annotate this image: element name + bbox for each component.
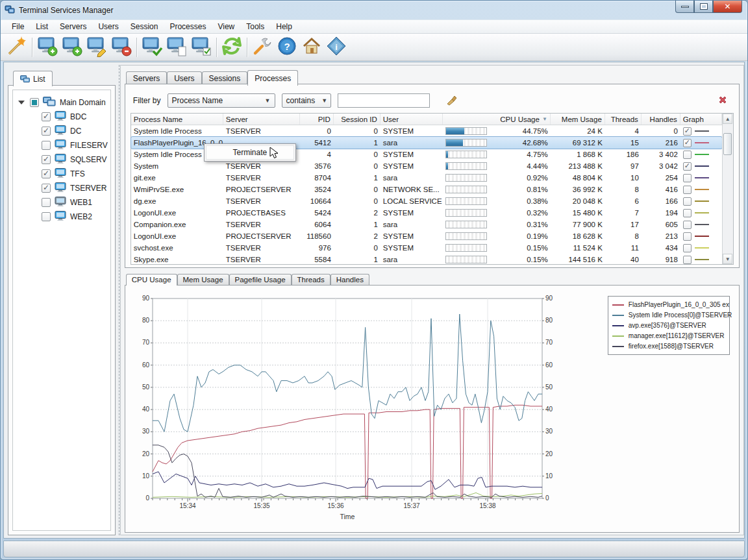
- tree-item-sqlserv[interactable]: ✓SQLSERV: [16, 152, 108, 167]
- tree-item-tserver[interactable]: ✓TSERVER: [16, 181, 108, 195]
- chart-tab-mem-usage[interactable]: Mem Usage: [177, 274, 229, 286]
- graph-checkbox[interactable]: [683, 221, 692, 229]
- column-header-handles[interactable]: Handles: [642, 114, 680, 125]
- scroll-up-icon[interactable]: ▲: [723, 114, 732, 124]
- server-checkbox[interactable]: ✓: [42, 169, 51, 178]
- terminate-menu-item[interactable]: Terminate: [206, 145, 294, 160]
- server-checkbox-options-button[interactable]: [189, 36, 214, 59]
- svg-text:60: 60: [545, 361, 553, 369]
- close-button[interactable]: ✕: [713, 1, 742, 13]
- chart-tab-cpu-usage[interactable]: CPU Usage: [126, 274, 177, 286]
- graph-checkbox[interactable]: [683, 197, 692, 206]
- table-row[interactable]: svchost.exeTSERVER9760SYSTEM0.15%11 524 …: [131, 242, 722, 254]
- minimize-button[interactable]: [675, 1, 694, 13]
- add-server-group-button[interactable]: [60, 36, 84, 59]
- server-checkbox[interactable]: [42, 141, 51, 150]
- tab-processes[interactable]: Processes: [247, 70, 298, 86]
- table-scrollbar[interactable]: ▲ ▼: [722, 114, 733, 264]
- tree-item-label: TSERVER: [70, 184, 106, 193]
- graph-checkbox[interactable]: [683, 256, 692, 264]
- help-button[interactable]: ?: [275, 36, 299, 59]
- menu-servers[interactable]: Servers: [54, 21, 92, 32]
- tree-item-web1[interactable]: WEB1: [16, 195, 108, 210]
- tree-item-bdc[interactable]: ✓BDC: [16, 110, 108, 124]
- new-server-list-button[interactable]: [164, 36, 189, 59]
- column-header-mem-usage[interactable]: Mem Usage: [551, 114, 605, 125]
- server-checkbox[interactable]: ✓: [42, 127, 51, 136]
- column-header-user[interactable]: User: [380, 114, 443, 125]
- menu-view[interactable]: View: [212, 21, 240, 32]
- clear-filter-icon[interactable]: [445, 94, 458, 108]
- about-button[interactable]: i: [324, 36, 349, 59]
- table-row[interactable]: git.exeTSERVER87041sara0.92%48 804 K1025…: [131, 172, 722, 184]
- cell-mem: 15 480 K: [551, 209, 605, 217]
- column-header-process-name[interactable]: Process Name: [131, 114, 223, 125]
- graph-checkbox[interactable]: [683, 232, 692, 241]
- menu-processes[interactable]: Processes: [164, 21, 212, 32]
- title-bar[interactable]: Terminal Services Manager ✕: [1, 1, 747, 19]
- table-row[interactable]: WmiPrvSE.exePROJECTSERVER35240NETWORK SE…: [131, 184, 722, 195]
- refresh-button[interactable]: [219, 36, 244, 59]
- menu-users[interactable]: Users: [92, 21, 124, 32]
- graph-checkbox[interactable]: [683, 244, 692, 252]
- column-header-session-id[interactable]: Session ID: [334, 114, 380, 125]
- tools-button[interactable]: [250, 36, 275, 59]
- table-row[interactable]: SystemTSERVER35760SYSTEM4.44%213 488 K97…: [131, 160, 722, 172]
- table-row[interactable]: System Idle ProcessTSERVER00SYSTEM44.75%…: [131, 125, 722, 137]
- tab-list[interactable]: List: [13, 71, 53, 86]
- filter-field-dropdown[interactable]: Process Name ▼: [168, 93, 275, 108]
- column-header-pid[interactable]: PID: [300, 114, 334, 125]
- table-row[interactable]: Skype.exeTSERVER55841sara0.15%144 516 K4…: [131, 254, 722, 265]
- magic-wand-button[interactable]: [5, 36, 29, 59]
- server-checkbox[interactable]: ✓: [42, 155, 51, 164]
- menu-list[interactable]: List: [30, 21, 54, 32]
- home-button[interactable]: [299, 36, 324, 59]
- table-row[interactable]: LogonUI.exePROJECTSERVER1185602SYSTEM0.1…: [131, 230, 722, 242]
- graph-checkbox[interactable]: ✓: [683, 139, 692, 147]
- chart-tab-pagefile-usage[interactable]: Pagefile Usage: [229, 274, 292, 286]
- remove-server-button[interactable]: [109, 36, 134, 59]
- chart-tab-handles[interactable]: Handles: [330, 274, 369, 286]
- table-row[interactable]: LogonUI.exePROJECTBASES54242SYSTEM0.32%1…: [131, 207, 722, 219]
- server-checkbox[interactable]: ✓: [42, 184, 51, 193]
- server-checkbox[interactable]: [42, 212, 51, 221]
- scrollbar-thumb[interactable]: [723, 133, 732, 155]
- add-server-button[interactable]: [35, 36, 60, 59]
- column-header-cpu-usage[interactable]: CPU Usage▼: [443, 114, 551, 125]
- graph-checkbox[interactable]: ✓: [683, 127, 692, 136]
- close-filter-icon[interactable]: [718, 95, 727, 106]
- tree-item-web2[interactable]: WEB2: [16, 210, 108, 224]
- tree-item-main-domain[interactable]: Main Domain: [16, 95, 108, 110]
- menu-help[interactable]: Help: [270, 21, 298, 32]
- graph-checkbox[interactable]: [683, 151, 692, 159]
- graph-checkbox[interactable]: [683, 209, 692, 217]
- graph-checkbox[interactable]: ✓: [683, 162, 692, 171]
- tree-item-fileserv[interactable]: FILESERV: [16, 138, 108, 152]
- graph-checkbox[interactable]: [683, 174, 692, 182]
- scroll-down-icon[interactable]: ▼: [723, 254, 732, 264]
- tree-item-tfs[interactable]: ✓TFS: [16, 167, 108, 181]
- graph-checkbox[interactable]: [683, 186, 692, 194]
- cell-cpu-usage: 0.19%: [443, 232, 551, 240]
- server-checkbox[interactable]: [42, 198, 51, 207]
- panel-splitter[interactable]: [119, 65, 119, 535]
- svg-text:70: 70: [545, 339, 553, 346]
- table-row[interactable]: dg.exeTSERVER106640LOCAL SERVICE0.38%20 …: [131, 195, 722, 207]
- table-row[interactable]: Companion.exeTSERVER60641sara0.31%77 900…: [131, 219, 722, 230]
- main-domain-checkbox[interactable]: [30, 98, 39, 107]
- edit-server-button[interactable]: [84, 36, 109, 59]
- menu-file[interactable]: File: [6, 21, 30, 32]
- chart-tab-threads[interactable]: Threads: [292, 274, 330, 286]
- server-checkbox[interactable]: ✓: [42, 112, 51, 121]
- maximize-button[interactable]: [694, 1, 713, 13]
- tree-item-dc[interactable]: ✓DC: [16, 124, 108, 138]
- column-header-threads[interactable]: Threads: [605, 114, 642, 125]
- connect-server-button[interactable]: [140, 36, 164, 59]
- tree-collapse-icon[interactable]: [18, 101, 25, 104]
- column-header-server[interactable]: Server: [223, 114, 300, 125]
- menu-session[interactable]: Session: [125, 21, 164, 32]
- menu-tools[interactable]: Tools: [240, 21, 270, 32]
- column-header-graph[interactable]: Graph: [680, 114, 722, 125]
- filter-operator-dropdown[interactable]: contains ▼: [282, 93, 331, 108]
- filter-value-input[interactable]: [338, 93, 430, 108]
